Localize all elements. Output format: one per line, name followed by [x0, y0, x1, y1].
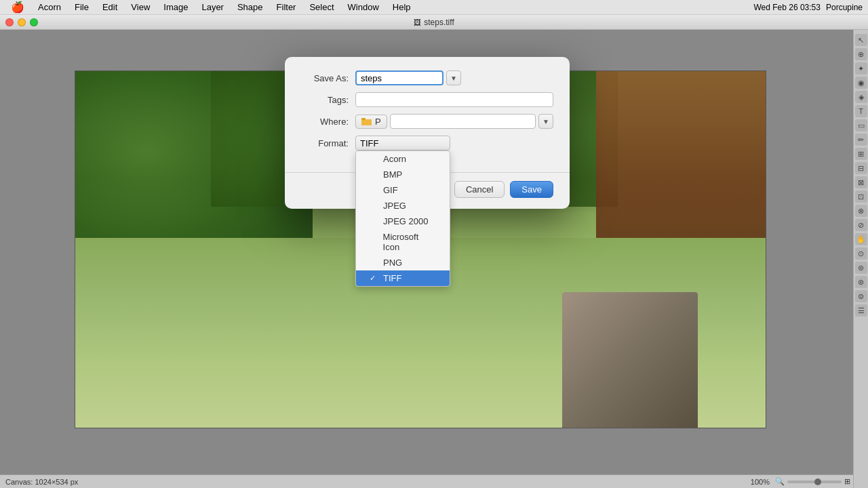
- tool-extra2[interactable]: ☰: [855, 304, 867, 317]
- zoom-level: 100%: [751, 478, 770, 486]
- format-select-group: TIFF Acorn BMP: [355, 136, 450, 150]
- menu-bar-right: Wed Feb 26 03:53 Porcupine: [753, 3, 863, 12]
- menu-window[interactable]: Window: [342, 1, 384, 14]
- file-icon: 🖼: [414, 18, 421, 26]
- window-controls: [5, 18, 38, 26]
- status-bar-right: 100% 🔍 ⊞ ⊡: [751, 477, 863, 487]
- tiff-check: ✓: [370, 274, 379, 283]
- tool-wand[interactable]: ⊘: [855, 219, 867, 231]
- menu-bar-user: Porcupine: [826, 3, 863, 12]
- maximize-button[interactable]: [30, 18, 38, 26]
- tool-smudge[interactable]: ⊛: [855, 276, 867, 288]
- zoom-slider[interactable]: [787, 481, 842, 483]
- tool-eraser[interactable]: ◉: [855, 77, 867, 89]
- format-option-acorn[interactable]: Acorn: [356, 151, 450, 167]
- tool-lasso[interactable]: ⊡: [855, 190, 867, 203]
- where-value: P: [375, 117, 381, 127]
- menu-file[interactable]: File: [69, 1, 94, 14]
- save-as-dropdown-btn[interactable]: ▼: [446, 70, 461, 85]
- tool-extra1[interactable]: ⊜: [855, 290, 867, 302]
- acorn-label: Acorn: [383, 154, 406, 164]
- format-option-jpeg2000[interactable]: JPEG 2000: [356, 214, 450, 229]
- menu-bar-datetime: Wed Feb 26 03:53: [753, 3, 821, 12]
- tool-select-rect[interactable]: ⊗: [855, 205, 867, 217]
- where-row: Where: P ▼: [301, 114, 553, 129]
- zoom-in-icon[interactable]: ⊞: [844, 477, 850, 486]
- filename: steps.tiff: [424, 18, 454, 27]
- tool-text[interactable]: T: [855, 105, 867, 117]
- tool-hand[interactable]: ✋: [855, 233, 867, 245]
- format-option-ico[interactable]: Microsoft Icon: [356, 229, 450, 255]
- tool-eyedrop[interactable]: ⊠: [855, 176, 867, 188]
- status-bar: Canvas: 1024×534 px 100% 🔍 ⊞ ⊡: [0, 474, 868, 488]
- canvas-info: Canvas: 1024×534 px: [5, 478, 78, 486]
- jpeg-label: JPEG: [383, 201, 406, 211]
- save-button[interactable]: Save: [510, 181, 553, 198]
- where-label: Where:: [301, 117, 355, 127]
- menu-help[interactable]: Help: [387, 1, 416, 14]
- cancel-button[interactable]: Cancel: [454, 181, 505, 198]
- where-button[interactable]: P: [355, 115, 387, 129]
- tiff-label: TIFF: [383, 273, 401, 283]
- zoom-controls: 🔍 ⊞: [775, 477, 850, 486]
- save-as-input[interactable]: [355, 70, 443, 85]
- format-option-bmp[interactable]: BMP: [356, 167, 450, 182]
- menu-layer[interactable]: Layer: [196, 1, 229, 14]
- svg-rect-1: [361, 118, 366, 120]
- bmp-label: BMP: [383, 169, 402, 180]
- tags-label: Tags:: [301, 95, 355, 105]
- where-dropdown-btn[interactable]: ▼: [538, 114, 553, 129]
- menu-filter[interactable]: Filter: [271, 1, 302, 14]
- tool-pen[interactable]: ✏: [855, 134, 867, 146]
- format-select[interactable]: TIFF: [355, 136, 450, 150]
- title-bar: 🖼 steps.tiff: [0, 15, 868, 30]
- menu-shape[interactable]: Shape: [232, 1, 269, 14]
- save-as-input-group: ▼: [355, 70, 461, 85]
- menu-select[interactable]: Select: [304, 1, 339, 14]
- tool-crop[interactable]: ⊕: [855, 48, 867, 60]
- menu-view[interactable]: View: [125, 1, 155, 14]
- png-label: PNG: [383, 258, 402, 268]
- ico-label: Microsoft Icon: [383, 232, 436, 252]
- dialog-overlay: Save As: ▼ Tags: Where:: [0, 30, 854, 474]
- menu-acorn[interactable]: Acorn: [33, 1, 66, 14]
- minimize-button[interactable]: [18, 18, 26, 26]
- close-button[interactable]: [5, 18, 14, 26]
- tool-cursor[interactable]: ↖: [855, 34, 867, 46]
- tool-stamp[interactable]: ⊞: [855, 148, 867, 160]
- folder-icon: [361, 117, 372, 125]
- save-as-row: Save As: ▼: [301, 70, 553, 85]
- jpeg2000-label: JPEG 2000: [383, 216, 429, 226]
- dialog-body: Save As: ▼ Tags: Where:: [285, 57, 570, 168]
- format-option-png[interactable]: PNG: [356, 255, 450, 270]
- save-as-label: Save As:: [301, 73, 355, 83]
- tags-input[interactable]: [355, 92, 553, 107]
- tool-brush[interactable]: ✦: [855, 62, 867, 75]
- apple-menu[interactable]: 🍎: [5, 1, 30, 14]
- format-option-gif[interactable]: GIF: [356, 182, 450, 198]
- save-dialog: Save As: ▼ Tags: Where:: [285, 57, 570, 209]
- tool-fill[interactable]: ◈: [855, 91, 867, 103]
- window-title: 🖼 steps.tiff: [414, 18, 454, 27]
- format-dropdown-menu: Acorn BMP GIF: [355, 150, 450, 287]
- tool-clone[interactable]: ⊚: [855, 262, 867, 274]
- format-row: Format: TIFF Acorn: [301, 136, 553, 150]
- menu-edit[interactable]: Edit: [97, 1, 123, 14]
- svg-rect-0: [361, 119, 372, 125]
- format-option-tiff[interactable]: ✓ TIFF: [356, 270, 450, 286]
- tool-shape[interactable]: ▭: [855, 119, 867, 131]
- zoom-thumb: [814, 479, 821, 485]
- tags-row: Tags:: [301, 92, 553, 107]
- format-option-jpeg[interactable]: JPEG: [356, 198, 450, 214]
- menu-bar: 🍎 Acorn File Edit View Image Layer Shape…: [0, 0, 868, 15]
- zoom-out-icon[interactable]: 🔍: [775, 477, 785, 486]
- tool-zoom[interactable]: ⊟: [855, 162, 867, 174]
- format-dropdown-container: TIFF Acorn BMP: [355, 136, 450, 150]
- format-label: Format:: [301, 138, 355, 148]
- right-sidebar: ↖ ⊕ ✦ ◉ ◈ T ▭ ✏ ⊞ ⊟ ⊠ ⊡ ⊗ ⊘ ✋ ⊙ ⊚ ⊛ ⊜ ☰: [853, 30, 868, 488]
- gif-label: GIF: [383, 185, 398, 195]
- menu-image[interactable]: Image: [158, 1, 193, 14]
- tool-gradient[interactable]: ⊙: [855, 247, 867, 260]
